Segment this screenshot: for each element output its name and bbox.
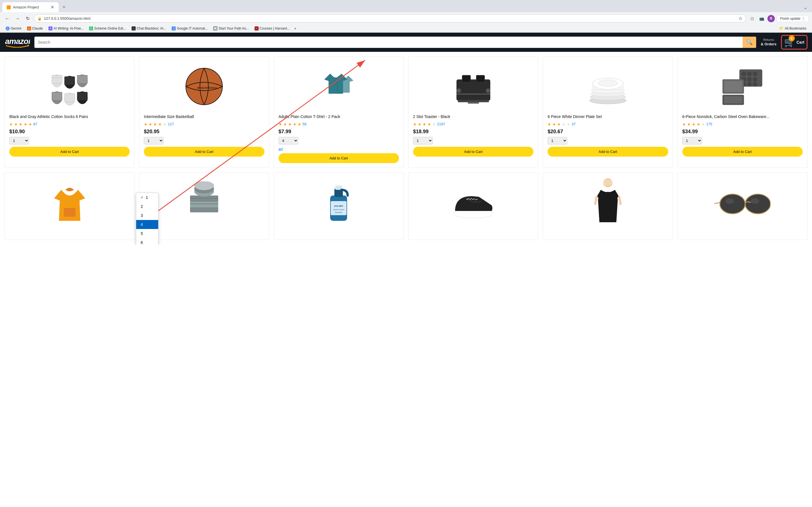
new-tab-button[interactable]: + [60,3,68,11]
back-button[interactable]: ← [3,15,11,22]
bookmark-star-icon[interactable]: ☆ [739,16,742,21]
review-count-socks[interactable]: 87 [33,122,37,126]
url-input[interactable]: 127.0.0.1:5500/amazon.html [44,16,736,20]
returns-orders-button[interactable]: Returns & Orders [761,38,776,47]
towels-image [186,181,222,224]
quantity-select-tshirt[interactable]: 12345 [278,137,298,145]
add-to-cart-plates[interactable]: Add to Cart [548,147,668,157]
toolbar-actions: ⊡ 📺 R Finish update ⋮ [748,15,809,22]
forward-button[interactable]: → [13,15,21,22]
hoodie-image [53,181,87,224]
product-card-bakeware: 6-Piece Nonstick, Carbon Steel Oven Bake… [677,56,808,168]
add-to-cart-bakeware[interactable]: Add to Cart [682,147,803,157]
star-2: ★ [687,122,691,126]
add-to-cart-toaster[interactable]: Add to Cart [413,147,534,157]
dropdown-item-1[interactable]: ✓ 1 [136,193,158,202]
star-empty: ★ [432,122,436,126]
svg-text:Liquid Laundry: Liquid Laundry [333,209,344,210]
orders-label: & Orders [761,42,776,47]
address-bar[interactable]: 🔒 127.0.0.1:5500/amazon.html ☆ [34,14,746,22]
reload-button[interactable]: ↻ [24,15,32,22]
star-1: ★ [278,122,282,126]
svg-text:amazon: amazon [5,37,30,46]
dropdown-item-4[interactable]: 4 [136,220,158,229]
products-container: Black and Gray Athletic Cotton Socks 6 P… [0,52,812,244]
amazon-logo[interactable]: amazon [4,35,30,50]
add-to-cart-tshirt[interactable]: Add to Cart [278,153,399,163]
svg-rect-11 [64,94,75,102]
svg-rect-23 [468,102,479,104]
quantity-select-bakeware[interactable]: 12345 [682,137,702,145]
all-bookmarks-folder[interactable]: 📁 All Bookmarks [777,26,809,31]
cart-count-badge: 6 [789,35,795,41]
svg-point-35 [747,71,752,76]
star-1: ★ [548,122,551,126]
quantity-select-socks[interactable]: 12345 [9,137,29,145]
quantity-dropdown[interactable]: ✓ 1 2 3 4 5 6 7 8 9 10 [136,193,158,244]
product-image-plates [548,61,668,112]
review-count-plates[interactable]: 37 [571,122,575,126]
bookmark-ai-writing[interactable]: A AI Writing: AI-Pow... [46,26,86,31]
product-title-plates: 6 Piece White Dinner Plate Set [548,114,668,120]
product-card-sneakers [408,172,538,240]
svg-rect-50 [190,207,218,212]
svg-line-69 [714,203,720,204]
product-rating-toaster: ★ ★ ★ ★ ★ 2197 [413,122,534,126]
star-4: ★ [562,122,566,126]
bookmark-claude[interactable]: 🔶 Claude [25,26,45,31]
products-grid-row1: Black and Gray Athletic Cotton Socks 6 P… [4,56,808,168]
svg-point-71 [725,198,734,204]
star-3: ★ [423,122,426,126]
scheme-icon: S [89,26,93,31]
product-card-basketball: amazonbasics Intermediate Size Basketbal… [139,56,269,168]
svg-text:amazonbasics: amazonbasics [197,86,217,89]
svg-rect-5 [64,76,75,85]
finish-update-button[interactable]: Finish update ⋮ [776,15,809,22]
search-input[interactable] [35,37,743,48]
active-tab[interactable]: Amazon Project ✕ [2,2,59,12]
tab-title: Amazon Project [13,5,39,9]
cart-button[interactable]: 🛒 6 Cart [784,37,804,48]
product-title-tshirt: Adults Plain Cotton T-Shirt - 2 Pack [278,114,399,120]
dropdown-item-6[interactable]: 6 [136,238,158,244]
dropdown-item-5[interactable]: 5 [136,229,158,238]
extensions-button[interactable]: ⊡ [748,15,756,22]
tab-close-button[interactable]: ✕ [50,4,54,10]
cast-button[interactable]: 📺 [758,15,766,22]
bookmark-blackbox[interactable]: ⬛ Chat Blackbox: AI... [130,26,168,31]
add-to-cart-socks[interactable]: Add to Cart [9,147,130,157]
dropdown-option-1: 1 [146,195,148,200]
bookmark-gemini[interactable]: G Gemini [3,26,24,31]
dropdown-item-3[interactable]: 3 [136,211,158,220]
review-count-bakeware[interactable]: 175 [706,122,712,126]
star-1: ★ [682,122,686,126]
bookmark-harvard-label: Courses | Harvard... [260,26,290,31]
product-image-tshirt [278,61,399,112]
toaster-image [451,64,496,109]
add-to-cart-basketball[interactable]: Add to Cart [144,147,264,157]
bookmark-google-it[interactable]: G Google IT Automat... [169,26,210,31]
star-3: ★ [288,122,292,126]
product-image-dress [548,177,668,228]
profile-avatar[interactable]: R [767,15,775,22]
dropdown-item-2[interactable]: 2 [136,202,158,211]
search-button[interactable]: 🔍 [743,37,756,48]
bookmark-start-path-label: Start Your Path As... [218,26,249,31]
bookmark-start-path[interactable]: 📊 Start Your Path As... [211,26,251,31]
quantity-select-plates[interactable]: 12345 [548,137,567,145]
quantity-select-basketball[interactable]: 12345 [144,137,163,145]
already-in-cart-link[interactable]: art [278,147,399,151]
product-price-toaster: $18.99 [413,129,534,135]
review-count-toaster[interactable]: 2197 [437,122,445,126]
quantity-select-toaster[interactable]: 12345 [413,137,433,145]
bookmark-harvard[interactable]: H Courses | Harvard... [252,26,292,31]
bookmark-ai-writing-label: AI Writing: AI-Pow... [54,26,84,31]
svg-point-21 [486,89,490,93]
star-3: ★ [19,122,22,126]
review-count-tshirt[interactable]: 56 [303,122,306,126]
bookmarks-more-button[interactable]: » [294,26,296,31]
svg-rect-24 [456,94,490,95]
bookmark-scheme[interactable]: S Scheme Online Edi... [87,26,128,31]
tabs-more-button[interactable]: ⌄ [801,3,810,11]
review-count-basketball[interactable]: 127 [168,122,174,126]
